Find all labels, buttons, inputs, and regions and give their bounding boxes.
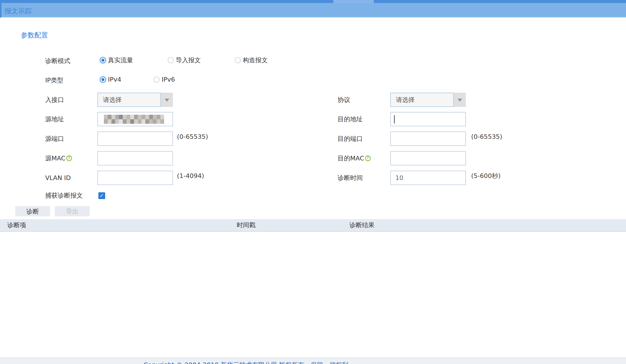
page-title: 报文示踪 bbox=[5, 7, 32, 16]
radio-ipv4[interactable] bbox=[100, 77, 106, 83]
radio-ipv4-label[interactable]: IPv4 bbox=[108, 76, 121, 83]
col-timestamp: 时间戳 bbox=[237, 219, 256, 231]
dest-mac-input[interactable] bbox=[390, 151, 466, 165]
source-port-label: 源端口 bbox=[45, 132, 64, 146]
diag-time-input[interactable] bbox=[390, 171, 466, 185]
dest-mac-label: 目的MAC? bbox=[338, 151, 371, 165]
vlan-id-input[interactable] bbox=[97, 171, 173, 185]
help-icon[interactable]: ? bbox=[66, 155, 72, 161]
chevron-down-icon[interactable] bbox=[161, 93, 173, 107]
vlan-id-label: VLAN ID bbox=[45, 171, 71, 185]
export-button[interactable]: 导出 bbox=[55, 206, 90, 216]
vlan-id-hint: (1-4094) bbox=[177, 169, 204, 183]
diagnose-button[interactable]: 诊断 bbox=[15, 206, 50, 216]
dest-port-label: 目的端口 bbox=[338, 132, 363, 146]
diag-time-label: 诊断时间 bbox=[338, 171, 363, 185]
radio-ipv6[interactable] bbox=[154, 77, 160, 83]
col-diagnosis-result: 诊断结果 bbox=[349, 219, 374, 231]
copyright-text: Copyright © 2004-2019 新华三技术有限公司 版权所有，保留一… bbox=[144, 361, 354, 364]
in-interface-select[interactable]: 请选择 bbox=[97, 93, 173, 107]
source-address-label: 源地址 bbox=[45, 112, 64, 126]
packet-trace-page: 报文示踪 参数配置 诊断模式 真实流量 导入报文 构造报文 IP类型 IPv4 … bbox=[0, 0, 626, 364]
dest-port-input[interactable] bbox=[390, 132, 466, 146]
col-diagnosis-item: 诊断项 bbox=[7, 219, 26, 231]
in-interface-value: 请选择 bbox=[97, 93, 161, 107]
protocol-select[interactable]: 请选择 bbox=[390, 93, 466, 107]
section-title: 参数配置 bbox=[21, 31, 48, 40]
source-mac-label: 源MAC? bbox=[45, 151, 72, 165]
source-mac-label-text: 源MAC bbox=[45, 155, 66, 162]
capture-checkbox[interactable]: ✓ bbox=[98, 192, 105, 199]
protocol-label: 协议 bbox=[338, 93, 350, 107]
capture-label: 捕获诊断报文 bbox=[45, 191, 83, 200]
ip-type-group: IPv4 IPv6 bbox=[0, 76, 626, 84]
dest-mac-label-text: 目的MAC bbox=[338, 155, 364, 162]
help-icon[interactable]: ? bbox=[365, 155, 371, 161]
in-interface-label: 入接口 bbox=[45, 93, 64, 107]
radio-import-packet-label[interactable]: 导入报文 bbox=[176, 57, 201, 64]
results-table-header: 诊断项 时间戳 诊断结果 bbox=[0, 219, 626, 232]
chevron-down-icon[interactable] bbox=[454, 93, 466, 107]
footer: Copyright © 2004-2019 新华三技术有限公司 版权所有，保留一… bbox=[0, 357, 626, 364]
redacted-value-mosaic bbox=[104, 115, 164, 124]
diag-time-hint: (5-600秒) bbox=[471, 169, 500, 183]
source-port-input[interactable] bbox=[97, 132, 173, 146]
dest-address-label: 目的地址 bbox=[338, 112, 363, 126]
radio-construct-packet-label[interactable]: 构造报文 bbox=[243, 57, 268, 64]
top-tab-remnant bbox=[333, 0, 374, 3]
radio-real-traffic[interactable] bbox=[100, 57, 106, 63]
source-mac-input[interactable] bbox=[97, 151, 173, 165]
dest-port-hint: (0-65535) bbox=[471, 130, 502, 144]
page-title-bar: 报文示踪 bbox=[0, 3, 626, 18]
diagnosis-mode-group: 真实流量 导入报文 构造报文 bbox=[0, 57, 626, 65]
source-port-hint: (0-65535) bbox=[177, 130, 208, 144]
text-caret bbox=[394, 115, 395, 124]
protocol-value: 请选择 bbox=[390, 93, 454, 107]
radio-import-packet[interactable] bbox=[168, 57, 174, 63]
radio-ipv6-label[interactable]: IPv6 bbox=[162, 76, 175, 83]
radio-construct-packet[interactable] bbox=[235, 57, 241, 63]
radio-real-traffic-label[interactable]: 真实流量 bbox=[108, 57, 133, 64]
dest-address-input[interactable] bbox=[390, 112, 466, 126]
top-strip bbox=[0, 0, 626, 3]
source-address-input[interactable] bbox=[97, 112, 173, 126]
